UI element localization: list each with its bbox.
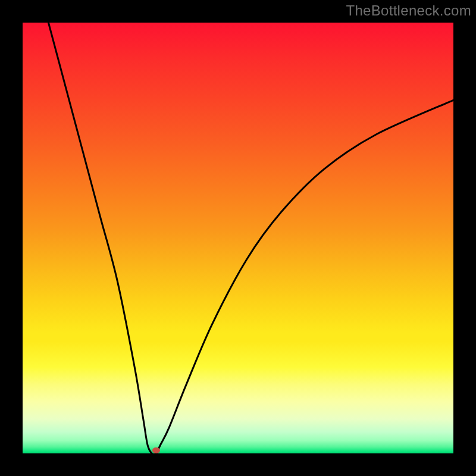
watermark-label: TheBottleneck.com [346, 2, 471, 19]
min-marker [152, 447, 160, 453]
curve-path [48, 23, 453, 453]
chart-frame: TheBottleneck.com [0, 0, 476, 476]
bottleneck-curve [23, 23, 453, 453]
plot-area [23, 23, 453, 453]
